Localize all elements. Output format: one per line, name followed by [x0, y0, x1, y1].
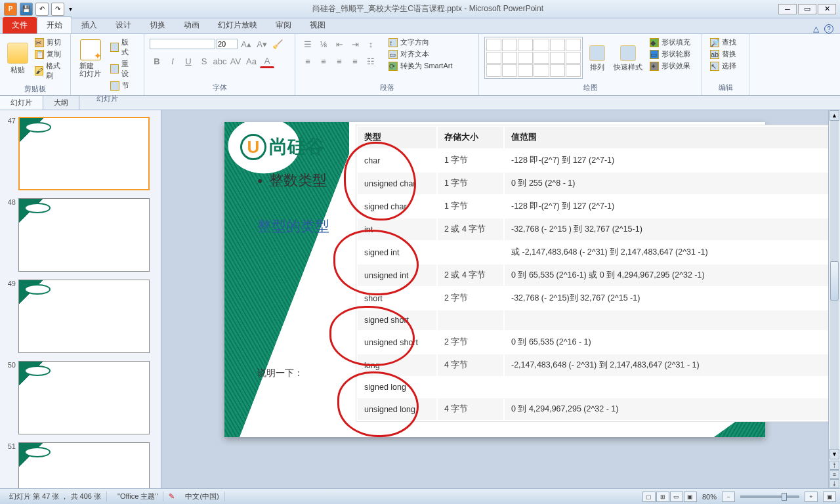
line-spacing-button[interactable]: ↕	[364, 37, 378, 51]
convert-smartart-button[interactable]: ⟳转换为 SmartArt	[386, 60, 455, 72]
numbering-button[interactable]: ⅛	[316, 37, 331, 51]
paste-button[interactable]: 粘贴	[5, 37, 30, 80]
slideshow-view-button[interactable]: ▣	[684, 492, 697, 502]
shape-outline-button[interactable]: ▭形状轮廓	[647, 49, 693, 60]
undo-button[interactable]: ↶	[35, 3, 49, 16]
fit-to-window-button[interactable]: ▣	[823, 492, 836, 502]
sorter-view-button[interactable]: ⊞	[656, 492, 669, 502]
tab-design[interactable]: 设计	[106, 17, 140, 33]
table-row[interactable]: signed char1 字节-128 即-(2^7) 到 127 (2^7-1…	[358, 196, 828, 217]
table-row[interactable]: unsigned long4 字节0 到 4,294,967,295 (2^32…	[358, 398, 828, 420]
prev-slide-button[interactable]: ⭱	[830, 461, 839, 470]
tab-view[interactable]: 视图	[301, 17, 335, 33]
scroll-down-button[interactable]: ▼	[830, 449, 839, 459]
format-painter-button[interactable]: 🖌格式刷	[32, 60, 65, 81]
replace-button[interactable]: ab替换	[707, 49, 739, 60]
current-slide[interactable]: U 尚硅谷 整数类型 整型的类型 说明一下： 类型 存储大小 值范围 char1…	[224, 122, 765, 437]
panel-tab-slides[interactable]: 幻灯片	[0, 96, 43, 110]
table-row[interactable]: short2 字节-32,768 (- 2^15)到 32,767 (2^15 …	[358, 287, 828, 309]
align-left-button[interactable]: ≡	[301, 54, 315, 68]
tab-review[interactable]: 审阅	[266, 17, 301, 33]
panel-tab-outline[interactable]: 大纲	[43, 96, 79, 110]
align-center-button[interactable]: ≡	[316, 54, 331, 68]
minimize-button[interactable]: ─	[778, 4, 797, 14]
tab-slideshow[interactable]: 幻灯片放映	[209, 17, 266, 33]
scroll-up-button[interactable]: ▲	[830, 110, 839, 121]
table-row[interactable]: char1 字节-128 即-(2^7) 到 127 (2^7-1)	[358, 150, 828, 171]
text-direction-button[interactable]: ↕文字方向	[386, 37, 455, 48]
slide-heading[interactable]: 整数类型	[257, 171, 329, 190]
select-button[interactable]: ↖选择	[707, 60, 739, 72]
next-slide-button[interactable]: ⭳	[830, 479, 839, 488]
types-table[interactable]: 类型 存储大小 值范围 char1 字节-128 即-(2^7) 到 127 (…	[356, 125, 828, 422]
thumbnail-48[interactable]	[18, 198, 150, 272]
vertical-scrollbar[interactable]: ▲ ▼ ⭱ ≡ ⭳	[828, 110, 840, 488]
shape-fill-button[interactable]: ◆形状填充	[647, 37, 693, 48]
save-button[interactable]: 💾	[20, 3, 33, 16]
close-window-button[interactable]: ✕	[818, 4, 836, 14]
zoom-slider[interactable]	[740, 495, 799, 498]
layout-button[interactable]: 版式	[108, 37, 138, 58]
table-row[interactable]: signed int或 -2,147,483,648 (- 2^31) 到 2,…	[358, 242, 828, 263]
font-size-combo[interactable]	[217, 39, 238, 49]
align-right-button[interactable]: ≡	[332, 54, 346, 68]
slide-nav-menu[interactable]: ≡	[830, 470, 839, 479]
spellcheck-icon[interactable]: ✎	[169, 492, 175, 501]
arrange-button[interactable]: 排列	[585, 37, 609, 80]
quick-styles-button[interactable]: 快速样式	[612, 37, 644, 80]
table-row[interactable]: signed short	[358, 310, 828, 330]
section-button[interactable]: 节	[108, 80, 138, 91]
language-status[interactable]: 中文(中国)	[180, 492, 224, 501]
table-row[interactable]: int2 或 4 字节-32,768 (- 2^15 ) 到 32,767 (2…	[358, 219, 828, 240]
scrollbar-thumb[interactable]	[830, 261, 839, 301]
change-case-button[interactable]: Aa	[244, 54, 259, 68]
slide-subheading[interactable]: 整型的类型	[257, 217, 329, 236]
justify-button[interactable]: ≡	[348, 54, 362, 68]
reset-button[interactable]: 重设	[108, 58, 138, 79]
bullets-button[interactable]: ☰	[301, 37, 315, 51]
zoom-in-button[interactable]: +	[805, 492, 818, 502]
shape-effects-button[interactable]: ✦形状效果	[647, 60, 693, 72]
table-row[interactable]: unsigned short2 字节0 到 65,535 (2^16 - 1)	[358, 331, 828, 353]
columns-button[interactable]: ☷	[364, 54, 378, 68]
decrease-font-button[interactable]: A▾	[255, 37, 269, 51]
align-text-button[interactable]: ▭对齐文本	[386, 49, 455, 60]
italic-button[interactable]: I	[165, 54, 180, 68]
thumbnail-49[interactable]	[18, 280, 150, 353]
thumbnail-47[interactable]	[18, 117, 150, 190]
table-row[interactable]: unsigned char1 字节0 到 255 (2^8 - 1)	[358, 173, 828, 194]
font-family-combo[interactable]	[150, 39, 215, 49]
increase-indent-button[interactable]: ⇥	[348, 37, 362, 51]
tab-insert[interactable]: 插入	[72, 17, 106, 33]
zoom-out-button[interactable]: −	[722, 492, 735, 502]
slide-canvas[interactable]: U 尚硅谷 整数类型 整型的类型 说明一下： 类型 存储大小 值范围 char1…	[161, 110, 828, 488]
find-button[interactable]: 🔎查找	[707, 37, 739, 48]
bold-button[interactable]: B	[150, 54, 164, 68]
minimize-ribbon-icon[interactable]: △	[813, 24, 819, 33]
shadow-button[interactable]: abc	[213, 54, 227, 68]
tab-home[interactable]: 开始	[37, 16, 72, 33]
shapes-gallery[interactable]	[484, 37, 583, 79]
underline-button[interactable]: U	[181, 54, 196, 68]
thumbnail-50[interactable]	[18, 361, 150, 434]
increase-font-button[interactable]: A▴	[239, 37, 253, 51]
clear-formatting-button[interactable]: 🧹	[270, 37, 285, 51]
theme-status[interactable]: "Office 主题"	[112, 492, 163, 501]
zoom-level[interactable]: 80%	[702, 493, 717, 501]
tab-file[interactable]: 文件	[3, 17, 37, 33]
reading-view-button[interactable]: ▭	[670, 492, 683, 502]
table-row[interactable]: signed long	[358, 377, 828, 397]
slide-count-status[interactable]: 幻灯片 第 47 张 ， 共 406 张	[4, 492, 107, 501]
table-row[interactable]: long4 字节-2,147,483,648 (- 2^31) 到 2,147,…	[358, 354, 828, 376]
copy-button[interactable]: 📋复制	[32, 49, 65, 60]
strikethrough-button[interactable]: S	[197, 54, 211, 68]
table-row[interactable]: unsigned int2 或 4 字节0 到 65,535 (2^16-1) …	[358, 264, 828, 286]
tab-transitions[interactable]: 切换	[140, 17, 175, 33]
help-icon[interactable]: ?	[824, 24, 833, 33]
thumbnail-panel[interactable]: 47 48 49 50 51	[0, 110, 161, 488]
char-spacing-button[interactable]: AV	[228, 54, 243, 68]
new-slide-button[interactable]: ✦ 新建 幻灯片	[76, 37, 105, 80]
maximize-button[interactable]: ▭	[798, 4, 816, 14]
normal-view-button[interactable]: ▢	[642, 492, 656, 502]
qat-customize[interactable]: ▾	[67, 3, 74, 16]
